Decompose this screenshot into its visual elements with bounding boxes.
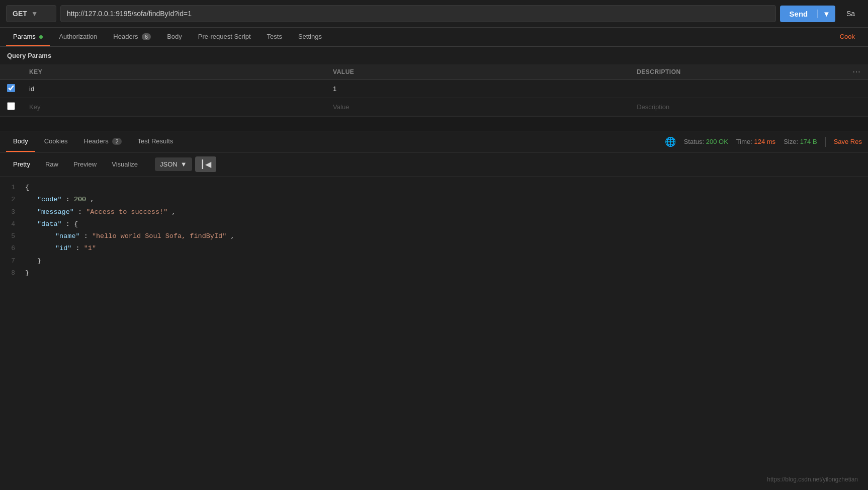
- actions-dots-icon[interactable]: ···: [853, 68, 861, 75]
- tab-headers[interactable]: Headers 6: [106, 28, 158, 46]
- line-content-2: "code" : 200 ,: [25, 194, 94, 206]
- row2-key-placeholder: Key: [29, 103, 40, 111]
- line-content-7: }: [25, 255, 41, 267]
- line-content-1: {: [25, 182, 29, 194]
- col-actions: ···: [843, 64, 868, 80]
- table-row: id 1: [0, 80, 868, 98]
- method-label: GET: [13, 10, 27, 18]
- resp-headers-badge: 2: [112, 138, 121, 145]
- row1-key-cell: id: [22, 80, 326, 98]
- url-input[interactable]: [60, 5, 776, 22]
- col-check: [0, 64, 22, 80]
- col-description: DESCRIPTION: [630, 64, 843, 80]
- row1-value: 1: [333, 85, 336, 93]
- line-num-8: 8: [0, 267, 25, 279]
- line-content-4: "data" : {: [25, 218, 78, 230]
- query-params-header: Query Params: [0, 47, 868, 64]
- time-label: Time: 124 ms: [736, 138, 775, 145]
- line-num-5: 5: [0, 230, 25, 242]
- row1-check-cell: [0, 80, 22, 98]
- body-tab-raw[interactable]: Raw: [39, 157, 64, 171]
- resp-tab-body[interactable]: Body: [6, 131, 35, 152]
- tab-body[interactable]: Body: [160, 28, 189, 46]
- resp-tab-headers[interactable]: Headers 2: [77, 131, 129, 152]
- json-line-3: 3 "message" : "Access to success!" ,: [0, 206, 868, 218]
- line-num-4: 4: [0, 218, 25, 230]
- headers-badge: 6: [142, 33, 151, 40]
- size-value: 174 B: [800, 138, 817, 145]
- row2-value-cell: Value: [326, 98, 630, 116]
- save-button[interactable]: Sa: [839, 6, 862, 22]
- line-num-3: 3: [0, 206, 25, 218]
- row1-actions-cell: [843, 80, 868, 98]
- response-tabs: Body Cookies Headers 2 Test Results 🌐 St…: [0, 131, 868, 152]
- resp-tab-testresults[interactable]: Test Results: [131, 131, 181, 152]
- line-num-7: 7: [0, 255, 25, 267]
- line-num-2: 2: [0, 194, 25, 205]
- json-line-7: 7 }: [0, 255, 868, 267]
- watermark: https://blog.csdn.net/yilongzhetian: [767, 476, 858, 483]
- tab-params[interactable]: Params: [6, 28, 50, 46]
- table-row: Key Value Description: [0, 98, 868, 116]
- line-num-1: 1: [0, 182, 25, 193]
- json-line-8: 8 }: [0, 267, 868, 279]
- line-content-6: "id" : "1": [25, 242, 96, 255]
- status-value: 200 OK: [706, 138, 728, 145]
- section-divider: [0, 116, 868, 131]
- row1-key: id: [29, 85, 34, 93]
- row2-desc-placeholder: Description: [637, 103, 669, 111]
- tab-prerequest[interactable]: Pre-request Script: [191, 28, 258, 46]
- query-params-label: Query Params: [7, 52, 51, 59]
- status-label: Status: 200 OK: [684, 138, 728, 145]
- line-content-8: }: [25, 267, 29, 279]
- save-response-button[interactable]: Save Res: [834, 138, 862, 145]
- format-arrow: ▼: [181, 160, 187, 168]
- line-num-6: 6: [0, 242, 25, 254]
- tab-tests[interactable]: Tests: [260, 28, 289, 46]
- watermark-text: https://blog.csdn.net/yilongzhetian: [767, 476, 858, 483]
- json-line-6: 6 "id" : "1": [0, 242, 868, 255]
- line-content-5: "name" : "hello world Soul Sofa, findByI…: [25, 230, 234, 242]
- format-select[interactable]: JSON ▼: [155, 157, 192, 171]
- time-value: 124 ms: [754, 138, 775, 145]
- send-label: Send: [780, 10, 817, 18]
- resp-tab-cookies[interactable]: Cookies: [37, 131, 75, 152]
- body-tab-preview[interactable]: Preview: [67, 157, 103, 171]
- col-value: VALUE: [326, 64, 630, 80]
- json-line-5: 5 "name" : "hello world Soul Sofa, findB…: [0, 230, 868, 242]
- method-select[interactable]: GET ▼: [6, 5, 56, 22]
- params-table: KEY VALUE DESCRIPTION ··· id 1: [0, 64, 868, 116]
- wrap-icon[interactable]: ┃◀: [195, 156, 216, 172]
- row2-desc-cell: Description: [630, 98, 843, 116]
- row1-desc-cell: [630, 80, 843, 98]
- globe-icon: 🌐: [665, 136, 676, 147]
- size-label: Size: 174 B: [784, 138, 817, 145]
- row1-value-cell: 1: [326, 80, 630, 98]
- body-toolbar: Pretty Raw Preview Visualize JSON ▼ ┃◀: [0, 152, 868, 177]
- response-meta: 🌐 Status: 200 OK Time: 124 ms Size: 174 …: [665, 136, 862, 147]
- line-content-3: "message" : "Access to success!" ,: [25, 206, 176, 218]
- tab-settings[interactable]: Settings: [291, 28, 329, 46]
- row2-checkbox[interactable]: [7, 102, 15, 110]
- send-dropdown-arrow[interactable]: ▼: [817, 10, 835, 18]
- json-viewer: 1 { 2 "code" : 200 , 3 "message" : "Acce…: [0, 177, 868, 284]
- json-line-4: 4 "data" : {: [0, 218, 868, 230]
- method-dropdown-arrow: ▼: [31, 10, 38, 18]
- row2-check-cell: [0, 98, 22, 116]
- json-line-1: 1 {: [0, 182, 868, 194]
- row2-key-cell: Key: [22, 98, 326, 116]
- send-button[interactable]: Send ▼: [780, 6, 835, 22]
- col-key: KEY: [22, 64, 326, 80]
- request-tabs: Params Authorization Headers 6 Body Pre-…: [0, 28, 868, 47]
- body-tab-pretty[interactable]: Pretty: [7, 157, 36, 171]
- url-bar: GET ▼ Send ▼ Sa: [0, 0, 868, 28]
- row2-value-placeholder: Value: [333, 103, 349, 111]
- tab-authorization[interactable]: Authorization: [52, 28, 104, 46]
- body-tab-visualize[interactable]: Visualize: [106, 157, 144, 171]
- meta-divider: [825, 137, 826, 147]
- params-dot: [39, 35, 43, 39]
- row1-checkbox[interactable]: [7, 84, 15, 92]
- json-line-2: 2 "code" : 200 ,: [0, 194, 868, 206]
- tab-cookies[interactable]: Cook: [833, 28, 862, 46]
- row2-actions-cell: [843, 98, 868, 116]
